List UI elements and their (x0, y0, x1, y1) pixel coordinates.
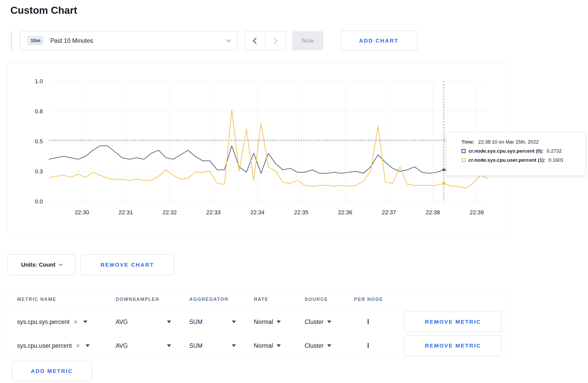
caret-down-icon (327, 321, 331, 323)
table-row: sys.cpu.sys.percent × AVG SUM Normal Clu… (8, 310, 506, 334)
svg-text:22:32: 22:32 (163, 209, 177, 216)
chevron-left-icon (253, 38, 259, 44)
svg-text:0.5: 0.5 (35, 138, 43, 145)
rate-value: Normal (254, 342, 273, 349)
tooltip-series-row: cr.node.sys.cpu.user.percent (1): 0.1601 (461, 157, 585, 163)
svg-text:22:38: 22:38 (426, 209, 440, 216)
per-node-checkbox[interactable] (368, 319, 369, 324)
chevron-right-icon (271, 38, 277, 44)
remove-metric-button[interactable]: REMOVE METRIC (404, 335, 502, 356)
aggregator-select[interactable]: SUM (189, 342, 236, 349)
metric-name-select[interactable]: sys.cpu.sys.percent × (17, 318, 116, 325)
tooltip-series-name: cr.node.sys.cpu.sys.percent (0): (468, 148, 543, 154)
tooltip-series-value: 0.2732 (547, 148, 562, 154)
time-range-label: Past 10 Minutes (50, 37, 93, 44)
per-node-checkbox[interactable] (368, 343, 369, 348)
svg-text:22:30: 22:30 (75, 209, 89, 216)
tooltip-series-value: 0.1601 (549, 157, 564, 163)
caret-down-icon (167, 344, 171, 347)
col-header-metric-name: METRIC NAME (17, 297, 116, 302)
next-range-button[interactable] (265, 31, 286, 50)
source-value: Cluster (305, 318, 324, 325)
downsampler-select[interactable]: AVG (116, 318, 171, 325)
rate-select[interactable]: Normal (254, 318, 305, 325)
time-range-badge: 10m (27, 36, 44, 45)
aggregator-select[interactable]: SUM (189, 318, 236, 325)
source-select[interactable]: Cluster (305, 342, 354, 349)
chevron-down-icon (226, 37, 231, 42)
aggregator-value: SUM (189, 318, 202, 325)
col-header-source: SOURCE (305, 297, 354, 302)
metric-name-label: sys.cpu.user.percent (17, 342, 72, 349)
svg-text:1.0: 1.0 (35, 78, 43, 84)
caret-down-icon (232, 344, 236, 347)
caret-down-icon (83, 321, 87, 323)
units-label: Units: Count (21, 261, 55, 268)
metric-name-label: sys.cpu.sys.percent (17, 318, 69, 325)
source-select[interactable]: Cluster (305, 318, 354, 325)
tooltip-time-value: 22:38:10 on Mar 15th, 2022 (478, 139, 538, 145)
metric-name-select[interactable]: sys.cpu.user.percent × (17, 342, 116, 349)
downsampler-value: AVG (116, 342, 128, 349)
col-header-aggregator: AGGREGATOR (189, 297, 254, 302)
svg-text:0.8: 0.8 (35, 108, 43, 115)
metrics-table: METRIC NAME DOWNSAMPLER AGGREGATOR RATE … (8, 289, 506, 358)
rate-value: Normal (254, 318, 273, 325)
chart-controls-row: Units: Count REMOVE CHART (8, 254, 588, 275)
page-title: Custom Chart (10, 5, 588, 16)
add-metric-button[interactable]: ADD METRIC (12, 361, 92, 381)
custom-chart-page: { "page": { "title": "Custom Chart" }, "… (0, 0, 588, 383)
col-header-per-node: PER NODE (354, 297, 404, 302)
svg-text:0.0: 0.0 (35, 198, 43, 205)
caret-down-icon (167, 321, 171, 323)
svg-text:22:35: 22:35 (294, 209, 308, 216)
aggregator-value: SUM (189, 342, 202, 349)
chart-card: 0.00.30.50.81.022:3022:3122:3222:3322:34… (8, 63, 507, 234)
add-chart-button[interactable]: ADD CHART (340, 31, 417, 51)
toolbar-divider: 10m Past 10 Minutes (11, 31, 238, 50)
downsampler-value: AVG (116, 318, 128, 325)
svg-text:22:34: 22:34 (250, 209, 264, 216)
chart-canvas[interactable]: 0.00.30.50.81.022:3022:3122:3222:3322:34… (8, 63, 507, 234)
caret-down-icon (277, 321, 281, 323)
caret-down-icon (327, 344, 331, 347)
tooltip-series-row: cr.node.sys.cpu.sys.percent (0): 0.2732 (461, 148, 585, 154)
prev-range-button[interactable] (244, 31, 265, 50)
remove-chart-button[interactable]: REMOVE CHART (80, 254, 174, 275)
time-nav-group (244, 31, 286, 50)
svg-text:22:37: 22:37 (382, 209, 396, 216)
rate-select[interactable]: Normal (254, 342, 305, 349)
tooltip-time-label: Time: (461, 139, 474, 145)
clear-metric-icon[interactable]: × (76, 342, 80, 349)
sys-series-swatch-icon (461, 149, 466, 153)
units-select[interactable]: Units: Count (8, 254, 76, 275)
metrics-table-header: METRIC NAME DOWNSAMPLER AGGREGATOR RATE … (8, 289, 506, 310)
col-header-downsampler: DOWNSAMPLER (116, 297, 189, 302)
time-range-select[interactable]: 10m Past 10 Minutes (20, 31, 238, 50)
source-value: Cluster (305, 342, 324, 349)
svg-text:22:33: 22:33 (206, 209, 221, 216)
caret-down-icon (86, 344, 90, 347)
now-button[interactable]: Now (292, 31, 323, 50)
svg-text:0.3: 0.3 (35, 168, 43, 175)
svg-text:22:36: 22:36 (338, 209, 352, 216)
svg-text:22:39: 22:39 (470, 209, 484, 216)
chevron-down-icon (59, 262, 62, 266)
svg-text:22:31: 22:31 (119, 209, 133, 216)
caret-down-icon (277, 344, 281, 347)
user-series-swatch-icon (461, 158, 466, 162)
toolbar: 10m Past 10 Minutes Now ADD CHART (11, 31, 588, 51)
clear-metric-icon[interactable]: × (74, 318, 78, 325)
downsampler-select[interactable]: AVG (116, 342, 171, 349)
tooltip-series-name: cr.node.sys.cpu.user.percent (1): (468, 157, 545, 163)
col-header-rate: RATE (254, 297, 305, 302)
table-row: sys.cpu.user.percent × AVG SUM Normal Cl… (8, 334, 506, 358)
remove-metric-button[interactable]: REMOVE METRIC (404, 311, 502, 332)
caret-down-icon (232, 321, 236, 323)
chart-tooltip: Time: 22:38:10 on Mar 15th, 2022 cr.node… (446, 132, 585, 176)
tooltip-time-row: Time: 22:38:10 on Mar 15th, 2022 (461, 139, 585, 145)
